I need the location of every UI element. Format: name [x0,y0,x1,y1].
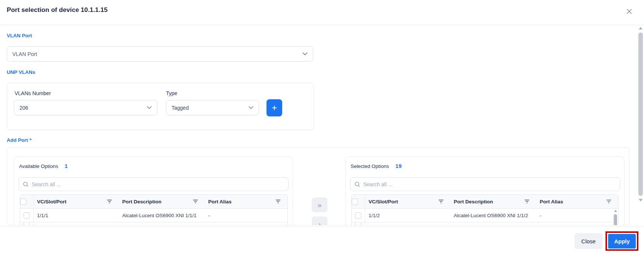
row-checkbox[interactable] [24,212,30,219]
selected-table-header: VC/Slot/Port Port Description Port Alias [352,195,618,209]
available-options-title: Available Options [19,163,58,169]
available-search-box [19,177,289,191]
selected-table: VC/Slot/Port Port Description Port Alias [351,194,619,225]
move-selected-right-button[interactable]: › [312,216,327,225]
available-options-panel: Available Options 1 VC/Slot/Port [14,156,293,225]
selected-options-title: Selected Options [351,163,389,169]
filter-icon[interactable] [107,199,112,204]
available-table: VC/Slot/Port Port Description Port Alias [20,194,288,225]
chevron-right-icon: › [318,221,321,226]
chevron-down-icon [147,106,152,109]
port-description-cell: Alcatel-Lucent OS6900 XNI 1/1/1 [119,209,205,222]
row-checkbox[interactable] [355,212,361,219]
available-options-header: Available Options 1 [19,163,68,169]
column-header: Port Alias [540,199,563,205]
unp-vlans-card: VLANs Number 206 Type Tagged + [7,83,314,130]
page-title: Port selection of device 10.1.1.15 [7,6,108,14]
vlans-number-select[interactable]: 206 [14,100,157,115]
scroll-up-arrow-icon[interactable] [639,27,643,29]
port-alias-cell: - [536,209,618,222]
selected-search-input[interactable] [363,181,616,187]
type-value: Tagged [172,105,189,111]
table-row[interactable]: 1/1/2 Alcatel-Lucent OS6900 XNI 1/1/2 - [352,209,618,222]
vc-slot-port-cell: 1/1/2 [365,209,450,222]
vc-slot-port-cell: 1/1/1 [34,209,119,222]
main-scrollbar[interactable] [638,26,644,225]
chevron-down-icon [249,106,253,109]
column-header: Port Alias [208,199,232,205]
footer-divider [0,227,644,227]
vlan-port-select[interactable]: VLAN Port [7,46,313,62]
double-chevron-right-icon: » [318,202,322,209]
filter-icon[interactable] [524,199,530,204]
table-row[interactable]: 1/1/1 Alcatel-Lucent OS6900 XNI 1/1/1 - [20,209,287,222]
selected-options-panel: Selected Options 19 VC/Slot/Port [345,156,625,225]
scroll-down-arrow-icon[interactable] [639,199,643,202]
scroll-up-arrow-icon[interactable] [614,210,617,212]
scrollbar-thumb[interactable] [614,214,617,225]
selected-search-box [350,177,620,191]
type-label: Type [166,90,177,96]
move-all-right-button[interactable]: » [312,197,327,212]
close-icon[interactable] [625,7,633,15]
port-description-cell: Alcatel-Lucent OS6900 XNI 1/1/2 [450,209,536,222]
vlan-port-label: VLAN Port [7,33,32,38]
table-scrollbar[interactable] [614,210,617,225]
add-vlan-button[interactable]: + [266,99,282,116]
filter-icon[interactable] [606,199,611,204]
filter-icon[interactable] [438,199,444,204]
type-select[interactable]: Tagged [166,100,259,115]
available-table-header: VC/Slot/Port Port Description Port Alias [20,195,287,209]
column-header: Port Description [454,199,493,205]
filter-icon[interactable] [275,199,281,204]
port-alias-cell: - [205,209,287,222]
header-divider [0,25,644,25]
selected-options-count: 19 [395,163,402,169]
vlans-number-label: VLANs Number [15,90,51,96]
column-header: VC/Slot/Port [37,199,67,205]
chevron-down-icon [302,52,308,56]
column-header: VC/Slot/Port [369,199,398,205]
add-port-container: Available Options 1 VC/Slot/Port [7,147,629,225]
table-row[interactable] [352,222,618,225]
close-button[interactable]: Close [574,233,603,249]
search-icon [354,181,360,187]
row-checkbox[interactable] [24,222,30,225]
plus-icon: + [272,103,277,112]
select-all-checkbox[interactable] [352,199,358,205]
vlan-port-select-value: VLAN Port [12,51,37,57]
vlans-number-value: 206 [19,105,28,111]
unp-vlans-label: UNP VLANs [7,69,35,75]
select-all-checkbox[interactable] [20,199,27,205]
add-port-label: Add Port * [7,137,31,143]
scrollbar-thumb[interactable] [638,32,643,196]
apply-button[interactable]: Apply [608,234,636,249]
column-header: Port Description [122,199,161,205]
available-options-count: 1 [65,163,68,169]
available-search-input[interactable] [32,181,284,187]
port-selection-modal: Port selection of device 10.1.1.15 VLAN … [0,0,644,256]
row-checkbox[interactable] [355,222,361,225]
table-row[interactable] [20,222,287,225]
search-icon [23,181,29,187]
selected-options-header: Selected Options 19 [351,163,402,169]
filter-icon[interactable] [193,199,198,204]
